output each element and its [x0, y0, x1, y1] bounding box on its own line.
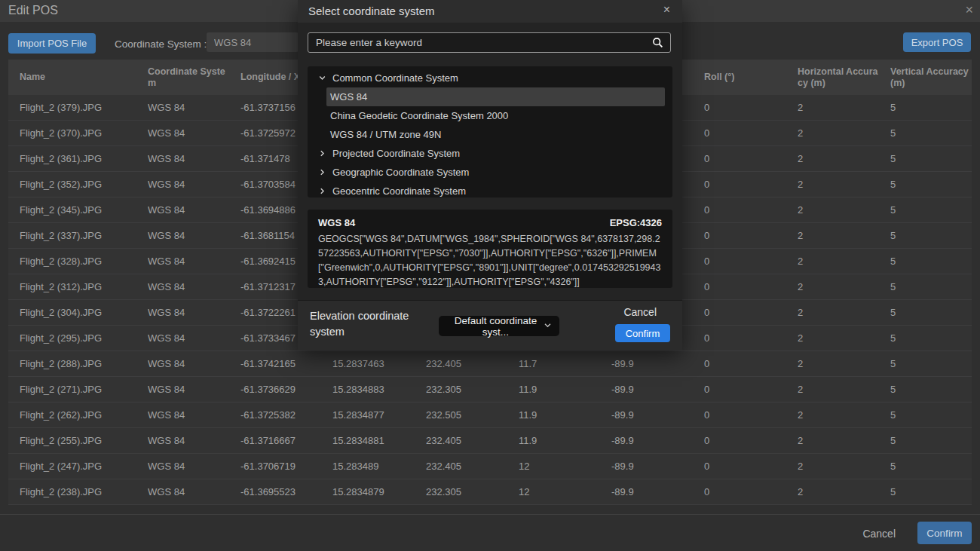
column-header: Coordinate System [148, 66, 240, 89]
tree-group-label: Geographic Coordinate System [332, 167, 469, 178]
table-cell: 2 [798, 102, 890, 113]
table-row[interactable]: Flight_2 (288).JPGWGS 84-61.374216515.28… [8, 351, 972, 377]
search-input[interactable] [308, 33, 655, 52]
table-cell: 5 [890, 179, 972, 190]
modal-title-bar: Select coordinate system × [298, 0, 682, 23]
chevron-right-icon [318, 149, 326, 158]
close-icon: × [965, 2, 973, 17]
tree-item-china-geodetic-coordinate-system-2000[interactable]: China Geodetic Coordinate System 2000 [326, 106, 665, 125]
selected-system-name: WGS 84 [318, 217, 355, 228]
table-cell: 15.283489 [332, 461, 426, 472]
tree-group-label: Projected Coordinate System [332, 148, 460, 159]
edit-pos-close-button[interactable]: × [965, 3, 973, 17]
modal-confirm-button[interactable]: Confirm [615, 324, 670, 342]
chevron-right-icon [318, 168, 326, 176]
table-cell: 0 [704, 358, 798, 369]
table-cell: 0 [704, 153, 798, 164]
search-icon[interactable] [652, 37, 663, 51]
table-cell: -61.3716667 [240, 435, 332, 446]
tree-item-wgs-84-utm-zone-49n[interactable]: WGS 84 / UTM zone 49N [326, 125, 665, 144]
keyword-search-box [308, 32, 671, 53]
table-cell: Flight_2 (238).JPG [20, 486, 148, 497]
table-row[interactable]: Flight_2 (238).JPGWGS 84-61.369552315.28… [8, 479, 972, 505]
table-cell: 2 [798, 179, 890, 190]
table-cell: 5 [890, 409, 972, 421]
table-cell: WGS 84 [148, 358, 240, 369]
table-cell: 5 [890, 486, 972, 497]
table-cell: Flight_2 (370).JPG [20, 127, 148, 139]
tree-group-projected-coordinate-system[interactable]: Projected Coordinate System [308, 144, 672, 163]
table-cell: -89.9 [611, 384, 704, 395]
table-row[interactable]: Flight_2 (271).JPGWGS 84-61.373662915.28… [8, 377, 972, 403]
table-cell: -61.3742165 [240, 358, 332, 369]
table-cell: Flight_2 (328).JPG [20, 256, 148, 267]
table-cell: 232.305 [426, 486, 519, 497]
tree-group-geocentric-coordinate-system[interactable]: Geocentric Coordinate System [308, 182, 672, 201]
edit-pos-cancel-button[interactable]: Cancel [858, 527, 900, 540]
table-cell: WGS 84 [148, 435, 240, 446]
table-cell: WGS 84 [148, 332, 240, 344]
table-cell: WGS 84 [148, 204, 240, 216]
table-cell: -89.9 [611, 358, 704, 369]
table-cell: Flight_2 (361).JPG [20, 153, 148, 164]
table-cell: 2 [798, 153, 890, 164]
table-cell: 5 [890, 204, 972, 216]
table-cell: 5 [890, 435, 972, 446]
table-cell: 12 [519, 461, 611, 472]
tree-item-wgs-84[interactable]: WGS 84 [326, 87, 665, 106]
column-header: Vertical Accuracy (m) [890, 66, 972, 89]
table-cell: 2 [798, 127, 890, 139]
table-cell: WGS 84 [148, 486, 240, 497]
table-cell: 11.9 [519, 384, 611, 395]
table-cell: -61.3695523 [240, 486, 332, 497]
table-cell: WGS 84 [148, 102, 240, 113]
column-header: Roll (°) [704, 72, 798, 83]
table-cell: 232.405 [426, 435, 519, 446]
table-cell: 11.9 [519, 409, 611, 421]
modal-cancel-button[interactable]: Cancel [619, 305, 661, 319]
table-cell: -61.3736629 [240, 384, 332, 395]
table-cell: WGS 84 [148, 307, 240, 318]
table-cell: -89.9 [611, 435, 704, 446]
table-cell: 15.2834879 [332, 486, 426, 497]
table-cell: 5 [890, 127, 972, 139]
modal-close-button[interactable]: × [663, 4, 670, 16]
table-cell: Flight_2 (379).JPG [20, 102, 148, 113]
table-cell: Flight_2 (255).JPG [20, 435, 148, 446]
chevron-down-icon [318, 74, 326, 82]
table-cell: 0 [704, 179, 798, 190]
table-cell: 5 [890, 332, 972, 344]
coordinate-system-tree: Common Coordinate SystemWGS 84China Geod… [308, 66, 672, 197]
table-row[interactable]: Flight_2 (255).JPGWGS 84-61.371666715.28… [8, 428, 972, 454]
table-cell: 2 [798, 435, 890, 446]
coordinate-system-input[interactable] [207, 32, 299, 52]
table-cell: 0 [704, 486, 798, 497]
table-row[interactable]: Flight_2 (262).JPGWGS 84-61.372538215.28… [8, 403, 972, 428]
table-cell: 5 [890, 307, 972, 318]
import-pos-file-button[interactable]: Import POS File [8, 33, 96, 54]
table-cell: 11.9 [519, 435, 611, 446]
table-cell: 2 [798, 384, 890, 395]
tree-group-geographic-coordinate-system[interactable]: Geographic Coordinate System [308, 163, 672, 182]
table-cell: 12 [519, 486, 611, 497]
table-row[interactable]: Flight_2 (247).JPGWGS 84-61.370671915.28… [8, 454, 972, 479]
tree-group-common-coordinate-system[interactable]: Common Coordinate System [308, 69, 672, 87]
table-cell: 232.405 [426, 461, 519, 472]
table-cell: Flight_2 (288).JPG [20, 358, 148, 369]
table-cell: 0 [704, 332, 798, 344]
table-cell: WGS 84 [148, 409, 240, 421]
footer-divider [0, 514, 980, 515]
wkt-definition-text: GEOGCS["WGS 84",DATUM["WGS_1984",SPHEROI… [318, 232, 662, 289]
column-header: Horizontal Accuracy (m) [798, 66, 890, 89]
table-cell: Flight_2 (247).JPG [20, 461, 148, 472]
export-pos-button[interactable]: Export POS [903, 32, 971, 52]
tree-item-label: WGS 84 [330, 91, 367, 103]
table-cell: 0 [704, 307, 798, 318]
select-coordinate-system-dialog: Select coordinate system × Common Coordi… [298, 0, 682, 350]
edit-pos-confirm-button[interactable]: Confirm [917, 522, 972, 544]
tree-group-label: Common Coordinate System [332, 72, 458, 84]
chevron-right-icon [318, 187, 326, 195]
elevation-system-dropdown[interactable]: Default coordinate syst... [439, 316, 559, 336]
table-cell: WGS 84 [148, 179, 240, 190]
coordinate-system-details-panel: WGS 84 EPSG:4326 GEOGCS["WGS 84",DATUM["… [308, 210, 672, 288]
